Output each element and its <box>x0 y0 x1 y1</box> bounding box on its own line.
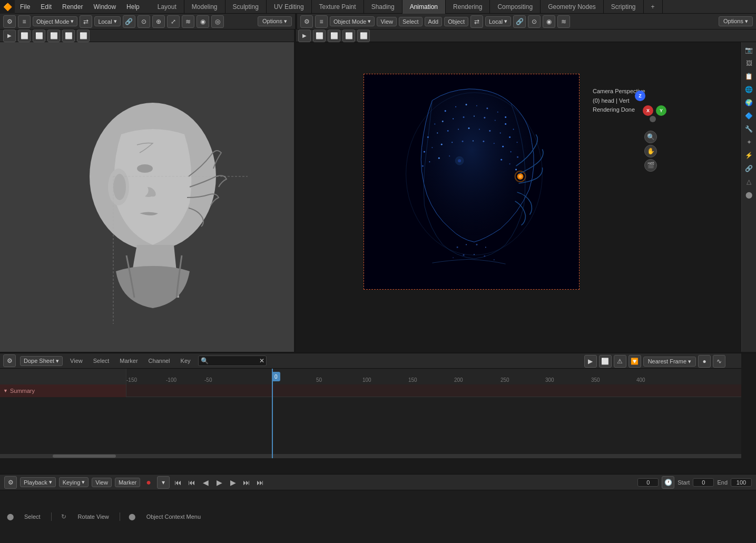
bottom-select-btn[interactable]: Select <box>20 512 45 521</box>
pb-marker-btn[interactable]: Marker <box>115 478 140 487</box>
menu-edit[interactable]: Edit <box>35 0 57 14</box>
play-btn[interactable]: ▶ <box>214 477 224 488</box>
prop-particles-icon[interactable]: ✦ <box>743 136 755 148</box>
tab-geometry-nodes[interactable]: Geometry Nodes <box>541 0 604 14</box>
right-editor-btn[interactable]: ⚙ <box>300 15 313 28</box>
transform2-btn[interactable]: ⤢ <box>167 15 180 28</box>
tab-scripting[interactable]: Scripting <box>604 0 644 14</box>
bottom-context-btn[interactable]: Object Context Menu <box>142 512 205 521</box>
vp-right-btn4[interactable]: ⬜ <box>357 29 370 42</box>
prop-object-icon[interactable]: 🔷 <box>743 110 755 122</box>
gizmo-x-axis[interactable]: X <box>643 105 653 116</box>
mode-selector[interactable]: Object Mode ▾ <box>33 16 77 26</box>
dope-sheet-type-btn[interactable]: ⚙ <box>3 354 16 367</box>
menu-help[interactable]: Help <box>121 0 145 14</box>
record-btn[interactable]: ● <box>143 477 154 488</box>
shading-wire-btn[interactable]: ◎ <box>211 15 224 28</box>
auto-key-chevron[interactable]: ▾ <box>157 476 170 489</box>
dope-key-btn[interactable]: Key <box>178 358 194 364</box>
prop-view-layer-icon[interactable]: 📋 <box>743 71 755 82</box>
menu-btn[interactable]: ≡ <box>18 15 31 28</box>
right-mode-btn[interactable]: Object Mode ▾ <box>330 16 375 26</box>
menu-render[interactable]: Render <box>57 0 88 14</box>
editor-type-btn[interactable]: ⚙ <box>3 15 16 28</box>
right-shading-btn[interactable]: ≋ <box>557 15 570 28</box>
dope-wave-btn[interactable]: ∿ <box>713 355 725 368</box>
local-btn[interactable]: Local ▾ <box>94 16 120 26</box>
prop-scene-icon[interactable]: 🌐 <box>743 84 755 95</box>
view-btn[interactable]: View <box>377 17 397 26</box>
select-btn-hdr[interactable]: Select <box>399 17 423 26</box>
prop-data-icon[interactable]: △ <box>743 176 755 187</box>
menu-file[interactable]: File <box>15 0 35 14</box>
proportional2-btn[interactable]: ⊕ <box>152 15 165 28</box>
right-local-btn[interactable]: Local ▾ <box>485 16 511 26</box>
dope-marker-btn[interactable]: Marker <box>116 358 141 364</box>
tab-uv-editing[interactable]: UV Editing <box>267 0 312 14</box>
prop-physics-icon[interactable]: ⚡ <box>743 150 755 161</box>
dope-dot-btn[interactable]: ● <box>698 355 711 368</box>
tab-texture-paint[interactable]: Texture Paint <box>312 0 364 14</box>
right-overlay-btn[interactable]: ◉ <box>543 15 555 28</box>
vp-right-type[interactable]: ▶ <box>298 29 311 42</box>
playback-editor-type[interactable]: ⚙ <box>4 476 17 489</box>
prop-world-icon[interactable]: 🌍 <box>743 97 755 108</box>
camera-tool-btn[interactable]: 🎬 <box>644 159 657 172</box>
playback-btn[interactable]: Playback ▾ <box>20 477 56 487</box>
pb-view-btn[interactable]: View <box>92 478 112 487</box>
bottom-context-icon[interactable]: ⬤ <box>126 511 138 522</box>
options-btn-left[interactable]: Options ▾ <box>258 16 292 26</box>
gizmo-z-axis[interactable]: Z <box>635 91 645 101</box>
dope-view-btn[interactable]: View <box>67 358 86 364</box>
end-frame-counter[interactable]: 100 <box>731 478 752 487</box>
bottom-rotate-btn[interactable]: Rotate View <box>74 512 113 521</box>
snap-btn[interactable]: 🔗 <box>123 15 135 28</box>
filter-btn[interactable]: ≋ <box>182 15 194 28</box>
dope-channel-btn[interactable]: Channel <box>145 358 173 364</box>
jump-start-btn[interactable]: ⏮ <box>173 477 183 488</box>
right-proportional-btn[interactable]: ⊙ <box>528 15 541 28</box>
nearest-frame-btn[interactable]: Nearest Frame ▾ <box>643 357 696 367</box>
object-btn[interactable]: Object <box>444 17 468 26</box>
dope-sheet-title-btn[interactable]: Dope Sheet ▾ <box>20 356 63 366</box>
prev-keyframe-btn[interactable]: ⏮ <box>186 477 197 488</box>
right-snap-btn[interactable]: 🔗 <box>513 15 526 28</box>
tab-compositing[interactable]: Compositing <box>490 0 541 14</box>
tab-add[interactable]: + <box>644 0 663 14</box>
timeline-scrollbar[interactable] <box>0 454 741 458</box>
current-frame-counter[interactable]: 0 <box>637 478 659 487</box>
proportional-btn[interactable]: ⊙ <box>138 15 150 28</box>
vp-right-btn2[interactable]: ⬜ <box>328 29 340 42</box>
dope-search-input[interactable] <box>210 358 258 364</box>
menu-window[interactable]: Window <box>88 0 121 14</box>
vp-right-btn1[interactable]: ⬜ <box>313 29 326 42</box>
vp-left-btn3[interactable]: ⬜ <box>47 29 60 42</box>
viewport-left[interactable] <box>0 42 295 353</box>
prop-output-icon[interactable]: 🖼 <box>743 57 755 69</box>
viewport-right[interactable]: Camera Perspective (0) head | Vert Rende… <box>295 42 756 353</box>
start-frame-counter[interactable]: 0 <box>693 478 714 487</box>
right-transform-btn[interactable]: ⇄ <box>470 15 483 28</box>
keying-btn[interactable]: Keying ▾ <box>59 477 89 487</box>
vp-left-btn1[interactable]: ⬜ <box>18 29 31 42</box>
dope-search-area[interactable]: 🔍 ✕ <box>198 356 267 366</box>
vp-left-btn4[interactable]: ⬜ <box>62 29 75 42</box>
tab-sculpting[interactable]: Sculpting <box>225 0 267 14</box>
step-fwd-btn[interactable]: ▶ <box>228 477 238 488</box>
vp-right-btn3[interactable]: ⬜ <box>342 29 355 42</box>
vp-left-btn2[interactable]: ⬜ <box>33 29 45 42</box>
search-clear-icon[interactable]: ✕ <box>259 357 264 364</box>
options-btn-right[interactable]: Options ▾ <box>719 16 753 26</box>
jump-end-btn[interactable]: ⏭ <box>255 477 266 488</box>
tab-rendering[interactable]: Rendering <box>446 0 490 14</box>
prop-modifier-icon[interactable]: 🔧 <box>743 123 755 135</box>
add-btn[interactable]: Add <box>425 17 443 26</box>
dope-filter-btn[interactable]: 🔽 <box>629 355 641 368</box>
dope-warning-btn[interactable]: ⚠ <box>614 355 626 368</box>
tab-layout[interactable]: Layout <box>150 0 184 14</box>
tab-animation[interactable]: Animation <box>402 0 446 14</box>
tab-shading[interactable]: Shading <box>364 0 402 14</box>
tab-modeling[interactable]: Modeling <box>184 0 225 14</box>
shading-sphere-btn[interactable]: ◉ <box>197 15 209 28</box>
step-back-btn[interactable]: ◀ <box>200 477 211 488</box>
